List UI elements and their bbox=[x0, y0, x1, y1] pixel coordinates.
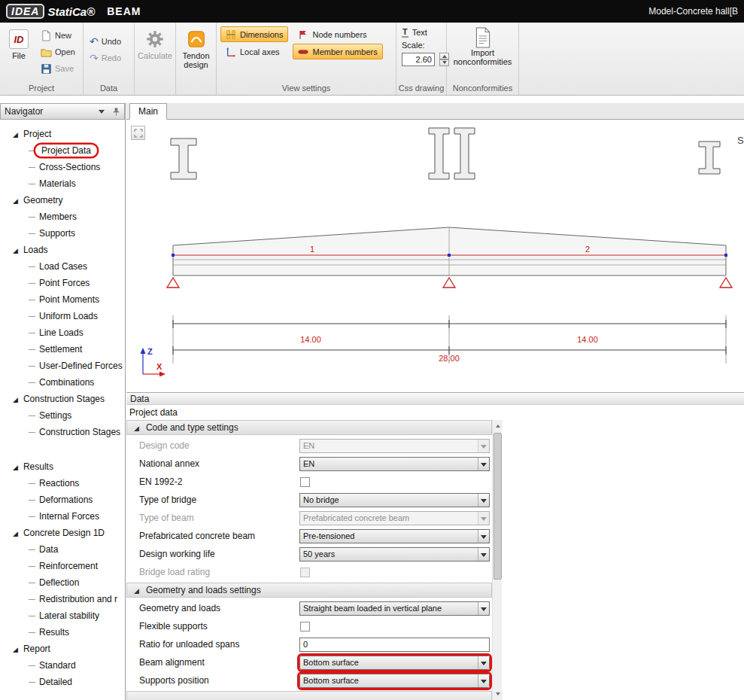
nav-item-results[interactable]: Results bbox=[0, 624, 125, 641]
nav-item-user-defined-forces[interactable]: User-Defined Forces bbox=[0, 358, 125, 374]
file-button[interactable]: File bbox=[2, 25, 36, 82]
dropdown-arrow-icon[interactable] bbox=[478, 602, 489, 615]
new-button[interactable]: New bbox=[38, 28, 78, 43]
expanded-icon bbox=[13, 245, 23, 255]
nav-item-cross-sections[interactable]: Cross-Sections bbox=[0, 159, 125, 175]
nav-item-uniform-loads[interactable]: Uniform Loads bbox=[0, 308, 125, 324]
drawing-canvas[interactable]: S 1 2 14.00 14.00 28.00 Z bbox=[126, 120, 744, 392]
dropdown-arrow-icon[interactable] bbox=[478, 674, 489, 687]
nav-item-results[interactable]: Results bbox=[0, 458, 125, 475]
dropdown-arrow-icon[interactable] bbox=[478, 494, 489, 507]
input-ratio-for-unloaded-spans[interactable]: 0 bbox=[299, 638, 490, 652]
nav-item-lateral-stability[interactable]: Lateral stability bbox=[0, 607, 125, 624]
save-floppy-icon bbox=[41, 63, 52, 75]
navigator-tree: ProjectProject DataCross-SectionsMateria… bbox=[0, 120, 125, 690]
property-grid-scrollbar[interactable] bbox=[492, 420, 502, 700]
nav-item-construction-stages[interactable]: Construction Stages bbox=[0, 424, 125, 440]
nav-item-label: Supports bbox=[39, 228, 75, 239]
nav-item-standard[interactable]: Standard bbox=[0, 657, 125, 674]
fit-view-button[interactable] bbox=[131, 126, 145, 140]
navigator-dropdown-icon[interactable] bbox=[99, 110, 105, 117]
nav-item-internal-forces[interactable]: Internal Forces bbox=[0, 508, 125, 525]
expanded-icon bbox=[13, 394, 23, 404]
scrollbar-thumb[interactable] bbox=[493, 433, 502, 580]
nav-item-combinations[interactable]: Combinations bbox=[0, 374, 125, 391]
nav-item-reinforcement[interactable]: Reinforcement bbox=[0, 558, 125, 574]
nav-item-point-moments[interactable]: Point Moments bbox=[0, 291, 125, 308]
local-axes-toggle-button[interactable]: Local axes bbox=[220, 44, 288, 59]
scroll-up-button[interactable] bbox=[493, 420, 503, 431]
save-button[interactable]: Save bbox=[38, 61, 78, 76]
expanded-icon bbox=[13, 129, 23, 139]
nav-item-point-forces[interactable]: Point Forces bbox=[0, 275, 125, 291]
idea-logo: IDEA bbox=[6, 4, 44, 19]
nav-item-project[interactable]: Project bbox=[0, 126, 125, 142]
property-label: Design code bbox=[126, 440, 299, 451]
combo-design-working-life[interactable]: 50 years bbox=[299, 547, 490, 562]
tendon-design-button[interactable]: Tendon design bbox=[179, 25, 214, 82]
pin-icon[interactable] bbox=[112, 107, 120, 116]
group-caption-project: Project bbox=[0, 83, 83, 95]
dropdown-arrow-icon[interactable] bbox=[478, 656, 489, 669]
property-value: EN bbox=[299, 457, 492, 471]
undo-button[interactable]: ↶ Undo bbox=[87, 34, 124, 49]
open-button[interactable]: Open bbox=[38, 44, 78, 59]
property-label: EN 1992-2 bbox=[126, 476, 299, 487]
member-1-label: 1 bbox=[310, 245, 314, 254]
data-panel-title: Data bbox=[130, 394, 149, 404]
dropdown-arrow-icon[interactable] bbox=[478, 458, 489, 470]
nav-item-members[interactable]: Members bbox=[0, 208, 125, 225]
node-numbers-toggle-button[interactable]: Node numbers bbox=[293, 26, 382, 42]
combo-beam-alignment[interactable]: Bottom surface bbox=[299, 656, 490, 670]
navigator-header[interactable]: Navigator bbox=[0, 103, 125, 120]
section-header-code-and-type-settings[interactable]: Code and type settings bbox=[126, 420, 492, 435]
member-numbers-toggle-button[interactable]: Member numbers bbox=[293, 44, 382, 59]
section-header-geometry-and-loads-settings[interactable]: Geometry and loads settings bbox=[126, 583, 492, 598]
nav-item-deformations[interactable]: Deformations bbox=[0, 492, 125, 508]
property-row-prefabricated-concrete-beam: Prefabricated concrete beamPre-tensioned bbox=[126, 527, 492, 545]
nav-item-construction-stages[interactable]: Construction Stages bbox=[0, 391, 125, 407]
checkbox-en-1992-2[interactable] bbox=[300, 477, 310, 487]
nav-item-materials[interactable]: Materials bbox=[0, 175, 125, 192]
nav-item-line-loads[interactable]: Line Loads bbox=[0, 324, 125, 341]
nav-item-loads[interactable]: Loads bbox=[0, 242, 125, 258]
dropdown-arrow-icon[interactable] bbox=[478, 548, 489, 561]
property-row-type-of-beam: Type of beamPrefabricated concrete beam bbox=[126, 509, 492, 527]
nav-item-project-data[interactable]: Project Data bbox=[0, 142, 125, 159]
nav-item-settings[interactable]: Settings bbox=[0, 407, 125, 424]
combo-prefabricated-concrete-beam[interactable]: Pre-tensioned bbox=[299, 529, 490, 543]
nav-item-supports[interactable]: Supports bbox=[0, 225, 125, 242]
property-value bbox=[299, 622, 492, 632]
nav-item-geometry[interactable]: Geometry bbox=[0, 192, 125, 208]
redo-button[interactable]: ↷ Redo bbox=[87, 50, 124, 65]
window-title-model-name: Model-Concrete hall[B bbox=[648, 6, 738, 17]
tab-main[interactable]: Main bbox=[129, 103, 167, 120]
nav-item-data[interactable]: Data bbox=[0, 541, 125, 558]
node-numbers-label: Node numbers bbox=[312, 30, 366, 39]
nav-item-load-cases[interactable]: Load Cases bbox=[0, 258, 125, 275]
node-marker bbox=[172, 254, 175, 257]
checkbox-flexible-supports[interactable] bbox=[300, 622, 310, 632]
tree-connector-icon bbox=[29, 665, 35, 666]
nav-item-redistribution-and-r[interactable]: Redistribution and r bbox=[0, 591, 125, 607]
new-file-icon bbox=[41, 30, 52, 41]
dimensions-toggle-button[interactable]: Dimensions bbox=[220, 26, 288, 42]
import-nonconformities-button[interactable]: Import nonconformities bbox=[448, 25, 517, 66]
navigator-title: Navigator bbox=[5, 106, 43, 117]
scale-input[interactable]: 2.60 bbox=[402, 53, 435, 66]
nav-item-detailed[interactable]: Detailed bbox=[0, 674, 125, 690]
combo-national-annex[interactable]: EN bbox=[299, 457, 490, 471]
nav-item-reactions[interactable]: Reactions bbox=[0, 475, 125, 492]
scroll-down-button[interactable] bbox=[493, 689, 503, 700]
combo-geometry-and-loads[interactable]: Straight beam loaded in vertical plane bbox=[299, 601, 490, 616]
combo-supports-position[interactable]: Bottom surface bbox=[299, 674, 490, 688]
nav-item-report[interactable]: Report bbox=[0, 641, 125, 657]
expanded-icon bbox=[13, 644, 23, 654]
nav-item-deflection[interactable]: Deflection bbox=[0, 574, 125, 591]
nav-item-settlement[interactable]: Settlement bbox=[0, 341, 125, 358]
dropdown-arrow-icon[interactable] bbox=[478, 530, 489, 543]
calculate-button[interactable]: Calculate bbox=[138, 25, 172, 82]
property-value: 50 years bbox=[299, 547, 492, 562]
combo-type-of-bridge[interactable]: No bridge bbox=[299, 493, 490, 507]
nav-item-concrete-design-1d[interactable]: Concrete Design 1D bbox=[0, 525, 125, 541]
